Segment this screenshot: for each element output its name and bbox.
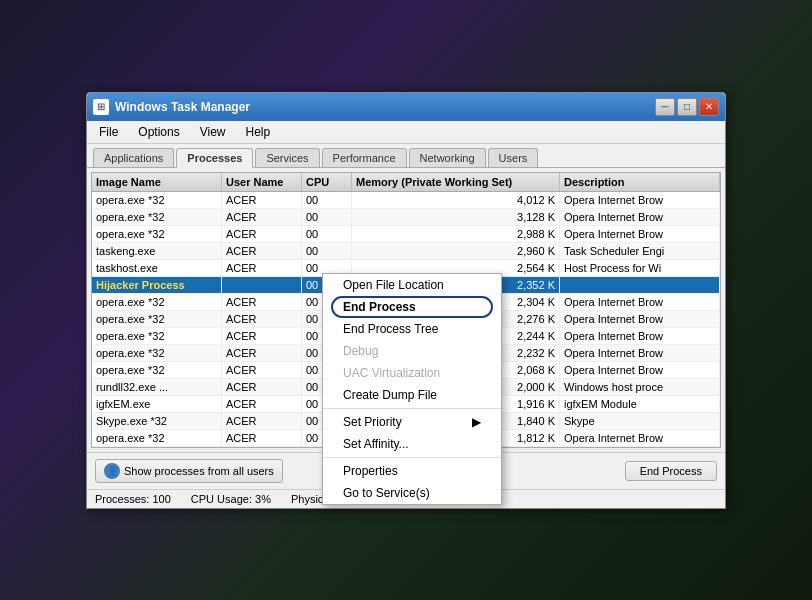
col-header-desc[interactable]: Description bbox=[560, 173, 720, 191]
ctx-separator-2 bbox=[323, 457, 501, 458]
table-row[interactable]: opera.exe *32ACER004,012 KOpera Internet… bbox=[92, 192, 720, 209]
tab-services[interactable]: Services bbox=[255, 148, 319, 167]
window-title: Windows Task Manager bbox=[115, 100, 655, 114]
end-process-button[interactable]: End Process bbox=[625, 461, 717, 481]
ctx-set-affinity[interactable]: Set Affinity... bbox=[323, 433, 501, 455]
col-header-image[interactable]: Image Name bbox=[92, 173, 222, 191]
ctx-go-to-service[interactable]: Go to Service(s) bbox=[323, 482, 501, 504]
menu-file[interactable]: File bbox=[91, 123, 126, 141]
table-row[interactable]: opera.exe *32ACER002,988 KOpera Internet… bbox=[92, 226, 720, 243]
menu-view[interactable]: View bbox=[192, 123, 234, 141]
ctx-uac: UAC Virtualization bbox=[323, 362, 501, 384]
tab-applications[interactable]: Applications bbox=[93, 148, 174, 167]
maximize-button[interactable]: □ bbox=[677, 98, 697, 116]
table-row[interactable]: opera.exe *32ACER003,128 KOpera Internet… bbox=[92, 209, 720, 226]
menu-bar: File Options View Help bbox=[87, 121, 725, 144]
show-users-button[interactable]: 👤 Show processes from all users bbox=[95, 459, 283, 483]
tab-performance[interactable]: Performance bbox=[322, 148, 407, 167]
ctx-set-priority[interactable]: Set Priority ▶ bbox=[323, 411, 501, 433]
menu-options[interactable]: Options bbox=[130, 123, 187, 141]
menu-help[interactable]: Help bbox=[238, 123, 279, 141]
col-header-user[interactable]: User Name bbox=[222, 173, 302, 191]
close-button[interactable]: ✕ bbox=[699, 98, 719, 116]
context-menu: Open File Location End Process End Proce… bbox=[322, 273, 502, 505]
users-icon: 👤 bbox=[104, 463, 120, 479]
minimize-button[interactable]: ─ bbox=[655, 98, 675, 116]
ctx-end-process-tree[interactable]: End Process Tree bbox=[323, 318, 501, 340]
title-bar: ⊞ Windows Task Manager ─ □ ✕ bbox=[87, 93, 725, 121]
status-processes: Processes: 100 bbox=[95, 493, 171, 505]
col-header-memory[interactable]: Memory (Private Working Set) bbox=[352, 173, 560, 191]
ctx-debug: Debug bbox=[323, 340, 501, 362]
status-cpu: CPU Usage: 3% bbox=[191, 493, 271, 505]
col-header-cpu[interactable]: CPU bbox=[302, 173, 352, 191]
ctx-create-dump[interactable]: Create Dump File bbox=[323, 384, 501, 406]
tab-networking[interactable]: Networking bbox=[409, 148, 486, 167]
ctx-open-file[interactable]: Open File Location bbox=[323, 274, 501, 296]
window-icon: ⊞ bbox=[93, 99, 109, 115]
table-row[interactable]: taskeng.exeACER002,960 KTask Scheduler E… bbox=[92, 243, 720, 260]
tab-processes[interactable]: Processes bbox=[176, 148, 253, 168]
ctx-separator-1 bbox=[323, 408, 501, 409]
table-header: Image Name User Name CPU Memory (Private… bbox=[92, 173, 720, 192]
ctx-properties[interactable]: Properties bbox=[323, 460, 501, 482]
task-manager-window: ⊞ Windows Task Manager ─ □ ✕ File Option… bbox=[86, 92, 726, 509]
window-controls: ─ □ ✕ bbox=[655, 98, 719, 116]
tab-users[interactable]: Users bbox=[488, 148, 539, 167]
show-users-label: Show processes from all users bbox=[124, 465, 274, 477]
ctx-end-process[interactable]: End Process bbox=[323, 296, 501, 318]
process-table-area: Image Name User Name CPU Memory (Private… bbox=[91, 172, 721, 448]
tabs-bar: Applications Processes Services Performa… bbox=[87, 144, 725, 168]
